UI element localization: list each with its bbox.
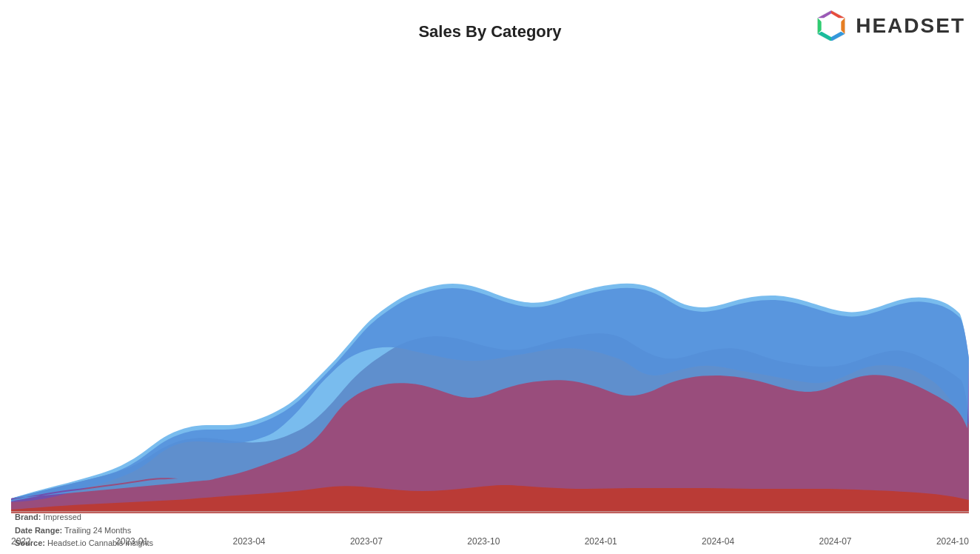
x-label-3: 2023-07	[350, 536, 383, 547]
chart-container: HEADSET Sales By Category Concentrates F…	[0, 0, 980, 554]
source-label: Source:	[15, 538, 45, 547]
footer-brand: Brand: Impressed	[15, 511, 153, 524]
footer-date-range: Date Range: Trailing 24 Months	[15, 524, 153, 538]
headset-logo-icon	[813, 7, 850, 44]
header-logo: HEADSET	[813, 7, 965, 44]
x-label-5: 2024-01	[585, 536, 617, 547]
x-label-2: 2023-04	[232, 536, 265, 547]
brand-value: Impressed	[44, 513, 81, 521]
chart-area	[11, 41, 969, 513]
footer-info: Brand: Impressed Date Range: Trailing 24…	[15, 511, 153, 550]
logo-text: HEADSET	[856, 14, 965, 38]
source-value: Headset.io Cannabis Insights	[47, 538, 153, 547]
date-range-value: Trailing 24 Months	[64, 526, 131, 535]
chart-svg	[11, 41, 969, 513]
x-label-7: 2024-07	[819, 536, 852, 547]
date-range-label: Date Range:	[15, 526, 62, 535]
x-axis-labels: 2022 2023-01 2023-04 2023-07 2023-10 202…	[11, 536, 969, 547]
x-label-4: 2023-10	[467, 536, 500, 547]
brand-label: Brand:	[15, 513, 41, 521]
x-label-6: 2024-04	[702, 536, 734, 547]
footer-source: Source: Headset.io Cannabis Insights	[15, 537, 153, 550]
x-label-8: 2024-10	[936, 536, 969, 547]
